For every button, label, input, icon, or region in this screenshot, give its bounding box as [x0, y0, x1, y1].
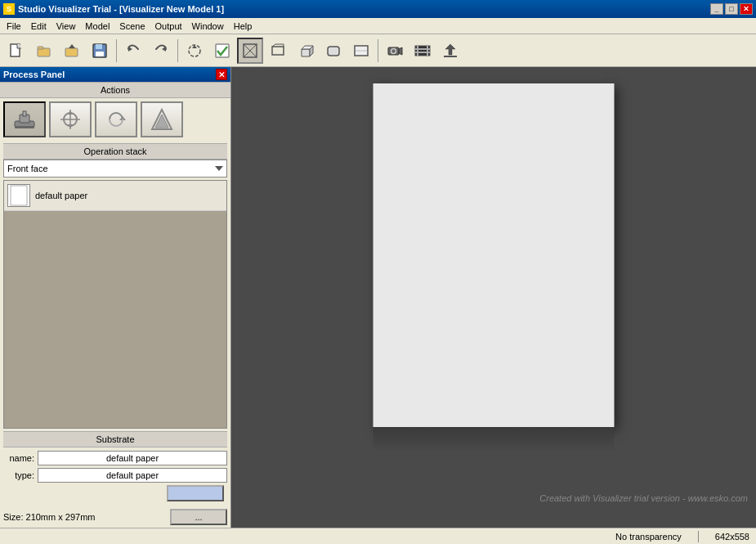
watermark: Created with Visualizer trial version - …: [539, 493, 748, 503]
toolbar-new-button[interactable]: [3, 38, 29, 64]
color-button[interactable]: [167, 485, 224, 501]
menu-output[interactable]: Output: [150, 18, 187, 34]
svg-marker-8: [128, 47, 132, 52]
menu-help[interactable]: Help: [229, 18, 257, 34]
name-label: name:: [3, 453, 34, 463]
svg-rect-32: [415, 48, 430, 50]
panel-titlebar: Process Panel ✕: [0, 67, 230, 82]
svg-marker-4: [69, 44, 75, 48]
svg-rect-7: [96, 52, 104, 56]
process-panel: Process Panel ✕ Actions: [0, 67, 231, 528]
toolbar-undo-button[interactable]: [120, 38, 146, 64]
svg-rect-6: [96, 44, 102, 49]
svg-rect-30: [417, 46, 418, 56]
menu-model[interactable]: Model: [80, 18, 114, 34]
toolbar-sep-1: [116, 39, 117, 62]
operation-stack-section: Operation stack Front face Back face Lef…: [0, 141, 230, 180]
menu-bar: File Edit View Model Scene Output Window…: [0, 18, 756, 34]
svg-rect-23: [328, 47, 339, 56]
layer-thumbnail: [7, 184, 30, 207]
operation-stack-label: Operation stack: [3, 143, 227, 160]
toolbar-3d-box-button[interactable]: [293, 38, 319, 64]
close-button[interactable]: ✕: [740, 3, 753, 15]
transparency-status: No transparency: [615, 532, 682, 542]
toolbar-box-top-button[interactable]: [265, 38, 291, 64]
size-label: Size: 210mm x 297mm: [3, 512, 95, 522]
type-label: type:: [3, 470, 34, 480]
svg-rect-2: [38, 47, 43, 49]
size-row: Size: 210mm x 297mm ...: [0, 506, 230, 528]
svg-marker-47: [155, 115, 168, 128]
toolbar-sep-2: [177, 39, 178, 62]
title-bar: S Studio Visualizer Trial - [Visualizer …: [0, 0, 756, 18]
substrate-section: Substrate name: type:: [0, 429, 230, 506]
color-row: [3, 485, 227, 501]
toolbar-rounded-box-button[interactable]: [320, 38, 347, 64]
svg-rect-38: [23, 111, 26, 116]
face-select[interactable]: Front face Back face Left face Right fac…: [3, 160, 227, 178]
type-input[interactable]: [38, 468, 227, 483]
canvas-shadow: [374, 427, 615, 452]
svg-rect-48: [11, 186, 27, 205]
svg-marker-9: [162, 47, 166, 52]
toolbar-check-button[interactable]: [209, 38, 235, 64]
toolbar-camera-button[interactable]: [382, 38, 408, 64]
name-input[interactable]: [38, 451, 227, 465]
svg-rect-16: [272, 47, 284, 55]
panel-close-button[interactable]: ✕: [216, 69, 227, 80]
viewport[interactable]: Created with Visualizer trial version - …: [231, 67, 756, 528]
toolbar-flat-button[interactable]: [348, 38, 374, 64]
toolbar-open-button[interactable]: [31, 38, 57, 64]
menu-view[interactable]: View: [51, 18, 81, 34]
canvas-area: [374, 83, 615, 427]
svg-rect-35: [444, 56, 457, 57]
menu-window[interactable]: Window: [187, 18, 229, 34]
action-scale-button[interactable]: [141, 101, 183, 137]
toolbar-wireframe-button[interactable]: [237, 38, 263, 64]
layer-name: default paper: [35, 191, 87, 200]
menu-file[interactable]: File: [2, 18, 26, 34]
toolbar-save-button[interactable]: [87, 38, 113, 64]
action-move-button[interactable]: [49, 101, 92, 137]
action-apply-button[interactable]: [3, 101, 46, 137]
list-item[interactable]: default paper: [4, 181, 226, 211]
svg-marker-34: [445, 44, 455, 55]
title-bar-title: S Studio Visualizer Trial - [Visualizer …: [3, 3, 224, 15]
toolbar-import-button[interactable]: [59, 38, 85, 64]
actions-label: Actions: [0, 82, 230, 98]
name-field-row: name:: [3, 451, 227, 465]
maximize-button[interactable]: □: [725, 3, 738, 15]
toolbar-export-button[interactable]: [437, 38, 463, 64]
layer-empty-area: [4, 211, 226, 334]
toolbar: [0, 34, 756, 67]
svg-rect-3: [65, 48, 78, 56]
main-layout: Process Panel ✕ Actions: [0, 67, 756, 528]
minimize-button[interactable]: _: [710, 3, 723, 15]
menu-edit[interactable]: Edit: [26, 18, 51, 34]
type-field-row: type:: [3, 468, 227, 483]
status-bar: No transparency 642x558: [0, 528, 756, 544]
panel-title: Process Panel: [3, 70, 65, 79]
toolbar-rebuild-button[interactable]: [181, 38, 208, 64]
app-icon: S: [3, 3, 15, 15]
svg-marker-28: [399, 47, 402, 55]
menu-scene[interactable]: Scene: [114, 18, 150, 34]
layer-list[interactable]: default paper: [3, 180, 227, 429]
substrate-label: Substrate: [3, 431, 227, 447]
toolbar-animation-button[interactable]: [409, 38, 436, 64]
toolbar-sep-3: [378, 39, 378, 62]
svg-marker-20: [302, 49, 310, 56]
actions-row: [0, 98, 230, 141]
svg-rect-31: [427, 46, 428, 56]
title-bar-controls: _ □ ✕: [710, 3, 753, 15]
window-title: Studio Visualizer Trial - [Visualizer Ne…: [18, 4, 224, 14]
action-rotate-button[interactable]: [95, 101, 137, 137]
status-divider: [698, 531, 699, 542]
size-button[interactable]: ...: [170, 509, 227, 525]
svg-rect-39: [15, 126, 34, 128]
resolution-status: 642x558: [715, 532, 749, 542]
svg-rect-33: [415, 52, 430, 53]
toolbar-redo-button[interactable]: [148, 38, 174, 64]
